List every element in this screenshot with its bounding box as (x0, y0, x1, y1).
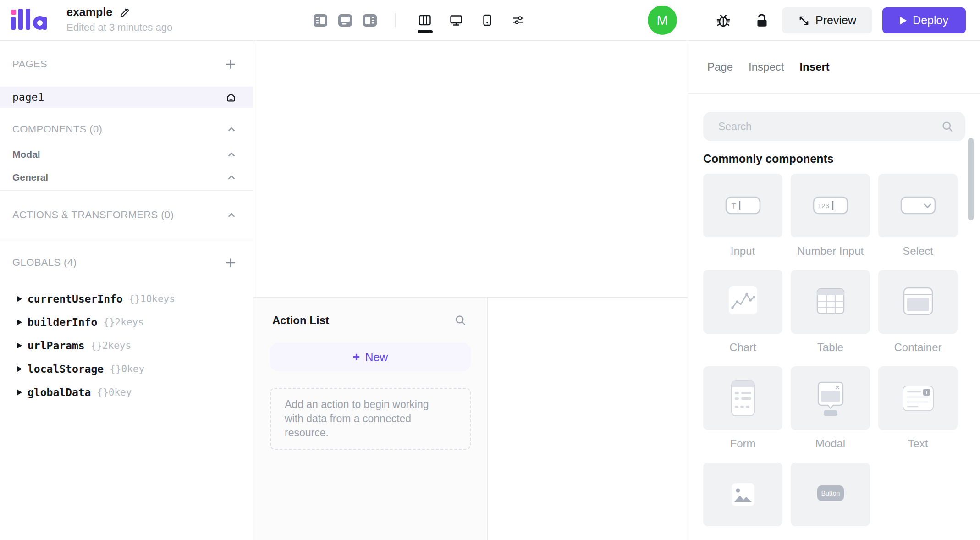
preview-button[interactable]: Preview (782, 7, 872, 33)
unlock-icon[interactable] (754, 12, 770, 28)
section-divider (0, 190, 253, 191)
panel-toggle-group (314, 0, 377, 40)
logo-dot (11, 10, 16, 15)
global-item-localStorage[interactable]: localStorage {}0key (0, 357, 253, 380)
search-icon[interactable] (941, 120, 954, 133)
pages-section-header: PAGES (0, 52, 253, 77)
components-header-label: COMPONENTS (0) (12, 123, 102, 135)
tab-inspect[interactable]: Inspect (749, 61, 784, 73)
preview-button-label: Preview (815, 14, 856, 27)
component-card-table[interactable] (791, 270, 870, 334)
edit-pencil-icon[interactable] (119, 6, 130, 18)
page-name: page1 (12, 91, 44, 103)
mobile-preview-icon[interactable] (480, 13, 495, 28)
global-name: urlParams (28, 340, 85, 352)
active-mode-indicator (418, 30, 433, 33)
global-keys-badge: {}10keys (129, 293, 175, 304)
actions-section-header: ACTIONS & TRANSFORMERS (0) (0, 198, 253, 232)
chevron-up-icon[interactable] (226, 172, 237, 182)
global-keys-badge: {}2keys (91, 340, 132, 351)
component-group-label: Modal (12, 149, 40, 160)
component-search-box (703, 112, 965, 141)
component-groups: Modal General (0, 143, 253, 189)
commonly-components-heading: Commonly components (703, 152, 980, 165)
new-action-button[interactable]: + New (270, 343, 471, 371)
add-page-icon[interactable] (225, 58, 237, 70)
action-detail-empty (488, 298, 688, 540)
components-section-header: COMPONENTS (0) (0, 116, 253, 143)
svg-text:Button: Button (821, 490, 839, 497)
center-column: Action List + New Add an action to begin… (253, 41, 688, 540)
global-item-builderInfo[interactable]: builderInfo {}2keys (0, 310, 253, 334)
plus-icon: + (353, 350, 360, 364)
right-panel-tabs: PageInspectInsert (688, 41, 980, 94)
component-card-label-input: Input (731, 244, 755, 258)
toggle-bottom-panel-icon[interactable] (338, 14, 352, 27)
pages-header-label: PAGES (12, 58, 47, 70)
home-icon[interactable] (226, 92, 237, 103)
app-title: example (66, 6, 112, 19)
left-sidebar: PAGES page1 COMPONENTS (0) Modal (0, 41, 253, 540)
action-list-title: Action List (272, 314, 329, 327)
tab-insert[interactable]: Insert (799, 61, 829, 73)
global-item-globalData[interactable]: globalData {}0key (0, 380, 253, 404)
component-cell: 123 Number Input (791, 174, 870, 258)
chevron-up-icon[interactable] (226, 149, 237, 160)
component-card-text[interactable]: T (878, 366, 958, 430)
settings-sliders-icon[interactable] (511, 13, 526, 28)
deploy-button[interactable]: Deploy (882, 7, 966, 33)
component-search-input[interactable] (717, 120, 941, 133)
globals-section-header: GLOBALS (4) (0, 247, 253, 279)
global-name: globalData (28, 386, 91, 398)
component-card-number-input[interactable]: 123 (791, 174, 870, 237)
expand-triangle-icon[interactable] (17, 343, 22, 348)
page-item-page1[interactable]: page1 (0, 87, 253, 108)
component-card-form[interactable] (703, 366, 782, 430)
component-card-button[interactable]: Button (791, 463, 870, 526)
app-canvas[interactable] (253, 41, 688, 297)
main-area: PAGES page1 COMPONENTS (0) Modal (0, 41, 980, 540)
component-card-label-text: Text (908, 436, 928, 451)
edited-status: Edited at 3 minutes ago (66, 22, 172, 33)
component-card-chart[interactable] (703, 270, 782, 334)
toggle-right-panel-icon[interactable] (363, 14, 377, 27)
component-card-select[interactable] (878, 174, 958, 237)
component-card-container[interactable] (878, 270, 958, 334)
component-group-modal[interactable]: Modal (0, 143, 253, 166)
debug-bug-icon[interactable] (715, 12, 732, 28)
component-card-image[interactable] (703, 463, 782, 526)
component-group-general[interactable]: General (0, 166, 253, 189)
add-global-icon[interactable] (225, 257, 237, 269)
chevron-up-icon[interactable] (226, 210, 237, 220)
section-divider (0, 239, 253, 239)
illa-logo-icon[interactable] (11, 9, 48, 31)
expand-triangle-icon[interactable] (17, 366, 22, 372)
avatar[interactable]: M (648, 6, 677, 35)
component-card-label-number-input: Number Input (797, 244, 864, 258)
global-name: currentUserInfo (28, 293, 123, 305)
deploy-button-label: Deploy (913, 14, 948, 27)
svg-text:123: 123 (818, 202, 829, 209)
section-divider (0, 108, 253, 108)
component-grid: T Input 123 Number Input Select Chart Ta… (703, 174, 980, 533)
component-card-input[interactable]: T (703, 174, 782, 237)
right-panel-scrollbar[interactable] (968, 138, 974, 220)
action-list-panel: Action List + New Add an action to begin… (253, 298, 488, 540)
tab-page[interactable]: Page (707, 61, 733, 73)
globals-header-label: GLOBALS (4) (12, 257, 77, 269)
component-cell: T Input (703, 174, 782, 258)
global-item-currentUserInfo[interactable]: currentUserInfo {}10keys (0, 287, 253, 310)
expand-triangle-icon[interactable] (17, 320, 22, 325)
columns-layout-icon[interactable] (418, 13, 432, 28)
desktop-preview-icon[interactable] (449, 13, 463, 28)
expand-triangle-icon[interactable] (17, 296, 22, 302)
bottom-panel: Action List + New Add an action to begin… (253, 297, 688, 540)
toggle-left-panel-icon[interactable] (314, 14, 327, 27)
expand-triangle-icon[interactable] (17, 390, 22, 395)
action-search-icon[interactable] (454, 314, 467, 327)
global-item-urlParams[interactable]: urlParams {}2keys (0, 334, 253, 357)
component-card-modal[interactable] (791, 366, 870, 430)
component-card-label-container: Container (894, 340, 941, 354)
play-icon (900, 17, 907, 25)
chevron-up-icon[interactable] (226, 124, 237, 134)
